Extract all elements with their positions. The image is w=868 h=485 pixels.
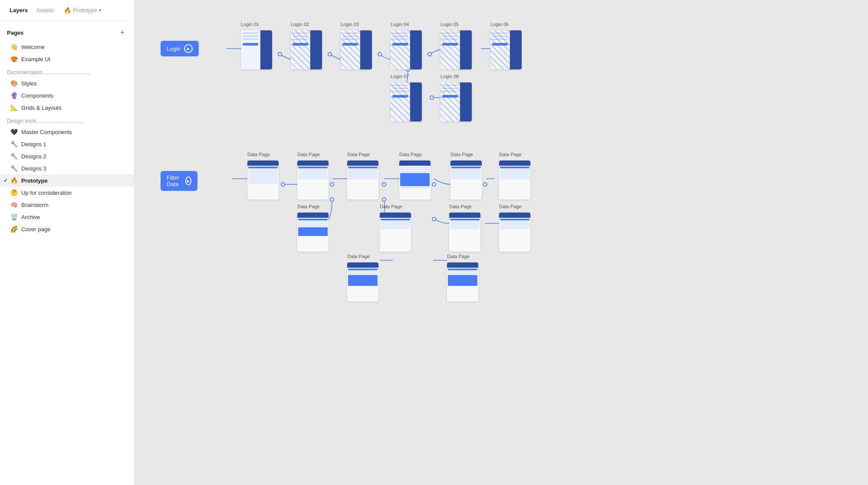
page-emoji-designs-2: 🔧 [10,153,18,160]
page-emoji-designs-1: 🔧 [10,141,18,147]
data-frame-08[interactable] [380,213,411,252]
svg-point-11 [432,183,436,186]
page-label-grids-layouts: Grids & Layouts [21,105,62,111]
login-frame-07[interactable] [391,82,422,121]
data-frame-07-label: Data Page [297,204,320,209]
chevron-down-icon: ▾ [99,8,101,13]
page-emoji-up-for-consideration: 🤔 [10,189,18,196]
login-frame-08-label: Login 08 [441,74,459,79]
login-frame-02-label: Login 02 [291,22,309,27]
tab-prototype[interactable]: 🔥 Prototype ▾ [61,5,104,16]
svg-point-2 [378,52,381,56]
login-frame-05-label: Login 05 [441,22,459,27]
data-frame-04[interactable] [399,161,431,200]
data-frame-04-label: Data Page [399,152,422,157]
data-frame-03[interactable] [347,161,378,200]
login-play-button[interactable]: ▶ [184,44,193,53]
svg-point-6 [281,183,285,186]
login-frame-01-label: Login 01 [241,22,259,27]
prototype-emoji: 🔥 [64,7,71,14]
sidebar-item-designs-1[interactable]: 🔧Designs 1 [0,138,134,150]
data-frame-11[interactable] [347,262,378,301]
data-frame-08-label: Data Page [380,204,402,209]
data-frame-07[interactable] [297,213,329,252]
data-frame-01[interactable] [247,161,279,200]
svg-point-8 [330,198,334,201]
sidebar-item-welcome[interactable]: 👋Welcome [0,41,134,53]
sidebar-item-prototype[interactable]: ✓🔥Prototype [0,174,134,187]
sidebar-item-grids-layouts[interactable]: 📐Grids & Layouts [0,102,134,114]
login-frame-05[interactable] [441,30,472,69]
data-frame-10[interactable] [499,213,530,252]
login-frame-03[interactable] [341,30,372,69]
filter-start-label: Filter Data [167,174,182,187]
login-frame-02[interactable] [291,30,322,69]
data-frame-10-label: Data Page [499,204,522,209]
login-frame-01[interactable] [241,30,272,69]
section-divider-documentation: Documentation...........................… [0,65,134,77]
page-label-brainstorm: Brainstorm [21,202,49,208]
login-frame-04[interactable] [391,30,422,69]
page-label-master-components: Master Components [21,129,72,135]
page-emoji-grids-layouts: 📐 [10,104,18,111]
data-frame-01-label: Data Page [247,152,270,157]
svg-point-3 [428,52,431,56]
login-frame-03-label: Login 03 [341,22,359,27]
login-start-node[interactable]: Login ▶ [161,41,199,56]
sidebar-item-styles[interactable]: 🎨Styles [0,77,134,89]
sidebar-item-designs-2[interactable]: 🔧Designs 2 [0,150,134,162]
data-frame-12-label: Data Page [447,254,470,259]
page-label-cover-page: Cover page [21,226,50,233]
data-frame-12[interactable] [447,262,478,301]
section-divider-design-work: Design work.............................… [0,114,134,126]
page-label-prototype: Prototype [21,177,48,184]
data-frame-06-label: Data Page [499,152,522,157]
data-frame-09-label: Data Page [449,204,472,209]
svg-point-0 [278,52,282,56]
page-emoji-cover-page: 🌈 [10,226,18,233]
sidebar-item-brainstorm[interactable]: 🧠Brainstorm [0,199,134,211]
svg-point-13 [483,183,487,186]
login-frame-04-label: Login 04 [391,22,409,27]
page-emoji-brainstorm: 🧠 [10,201,18,208]
svg-point-1 [328,52,332,56]
sidebar-item-cover-page[interactable]: 🌈Cover page [0,223,134,235]
page-label-welcome: Welcome [21,44,45,50]
svg-point-7 [330,183,334,186]
page-emoji-designs-3: 🔧 [10,165,18,172]
data-frame-05-label: Data Page [450,152,473,157]
login-start-label: Login [167,46,181,52]
add-page-button[interactable]: + [118,28,127,37]
sidebar-item-up-for-consideration[interactable]: 🤔Up for consideration [0,187,134,199]
sidebar-item-archive[interactable]: 🗑️Archive [0,211,134,223]
active-check-icon: ✓ [3,178,7,184]
login-frame-07-label: Login 07 [391,74,409,79]
pages-title: Pages [7,29,23,36]
page-label-components: Components [21,92,53,99]
sidebar-item-designs-3[interactable]: 🔧Designs 3 [0,162,134,174]
svg-point-5 [430,96,434,99]
tab-assets[interactable]: Assets [34,5,56,15]
login-frame-06-label: Login 06 [490,22,509,27]
data-frame-06[interactable] [499,161,530,200]
page-emoji-styles: 🎨 [10,80,18,87]
tab-layers[interactable]: Layers [7,5,30,15]
sidebar-item-master-components[interactable]: 🖤Master Components [0,126,134,138]
data-frame-02[interactable] [297,161,329,200]
filter-start-node[interactable]: Filter Data ▶ [161,171,197,191]
page-label-styles: Styles [21,80,36,87]
login-frame-08[interactable] [441,82,472,121]
sidebar-item-components[interactable]: 🔮Components [0,89,134,102]
page-emoji-welcome: 👋 [10,43,18,50]
canvas: Login ▶ Login 01 Login 02 [135,0,868,485]
page-list: 👋Welcome😍Example UIDocumentation........… [0,41,134,485]
prototype-label: Prototype [73,7,97,13]
data-frame-09[interactable] [449,213,480,252]
sidebar-item-example-ui[interactable]: 😍Example UI [0,53,134,65]
page-emoji-master-components: 🖤 [10,128,18,135]
filter-connections-svg [161,156,725,308]
filter-play-button[interactable]: ▶ [185,177,191,185]
login-frame-06[interactable] [490,30,522,69]
data-frame-05[interactable] [450,161,482,200]
page-emoji-example-ui: 😍 [10,56,18,62]
